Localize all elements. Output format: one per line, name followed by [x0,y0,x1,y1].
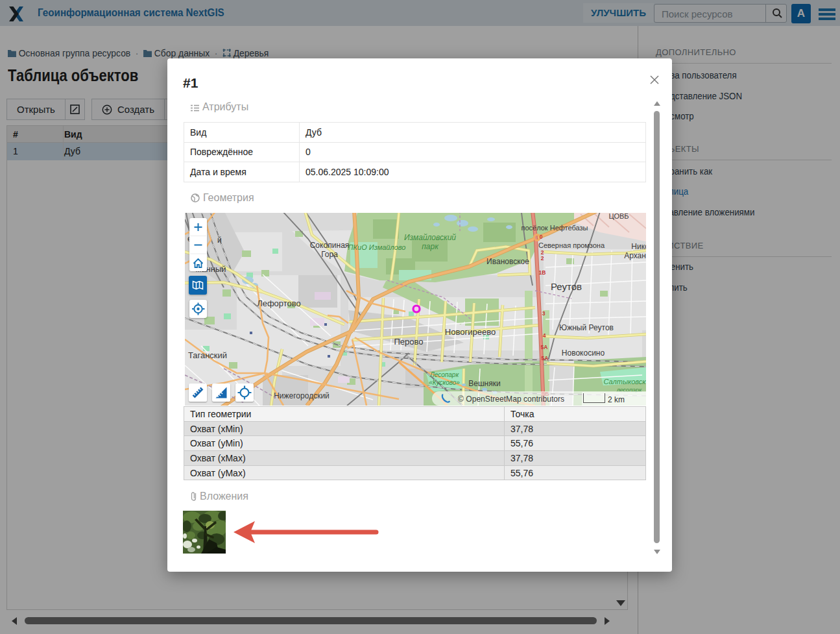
svg-text:5А: 5А [542,355,549,361]
svg-text:Реутов: Реутов [551,281,582,292]
svg-text:5А: 5А [541,344,548,350]
svg-text:3: 3 [542,310,546,317]
svg-text:ПКиО Измайлово: ПКиО Измайлово [348,243,406,251]
svg-text:Салтыковск: Салтыковск [603,378,646,385]
svg-text:0: 0 [540,234,543,240]
svg-text:й: й [217,236,222,245]
svg-text:Нико: Нико [631,242,646,251]
svg-text:Ивановское: Ивановское [486,257,529,266]
svg-text:ЦОВБ: ЦОВБ [608,213,629,220]
svg-text:4: 4 [543,332,546,339]
svg-text:Нижегородский: Нижегородский [274,391,330,400]
svg-text:Соколиная: Соколиная [310,241,350,250]
svg-text:Архан: Архан [624,251,646,260]
svg-text:Измайловский: Измайловский [404,233,456,242]
svg-text:2: 2 [541,255,544,262]
svg-text:Лесопарк: Лесопарк [429,371,459,378]
svg-text:Новокосино: Новокосино [562,348,605,358]
svg-text:«Кусково»: «Кусково» [429,379,460,386]
svg-text:посёлок Нефтебазы: посёлок Нефтебазы [522,224,588,232]
svg-text:Перово: Перово [394,337,423,347]
svg-text:Гора: Гора [321,250,338,259]
svg-text:Вешняки: Вешняки [468,379,500,388]
svg-text:парк: парк [422,242,439,251]
svg-text:Таганский: Таганский [188,350,227,360]
svg-text:Новогиреево: Новогиреево [445,327,496,337]
svg-text:Лефортово: Лефортово [257,299,301,308]
svg-text:Северная промзона: Северная промзона [538,241,605,249]
svg-text:Южный Реутов: Южный Реутов [559,323,614,332]
svg-text:1В: 1В [539,269,546,276]
